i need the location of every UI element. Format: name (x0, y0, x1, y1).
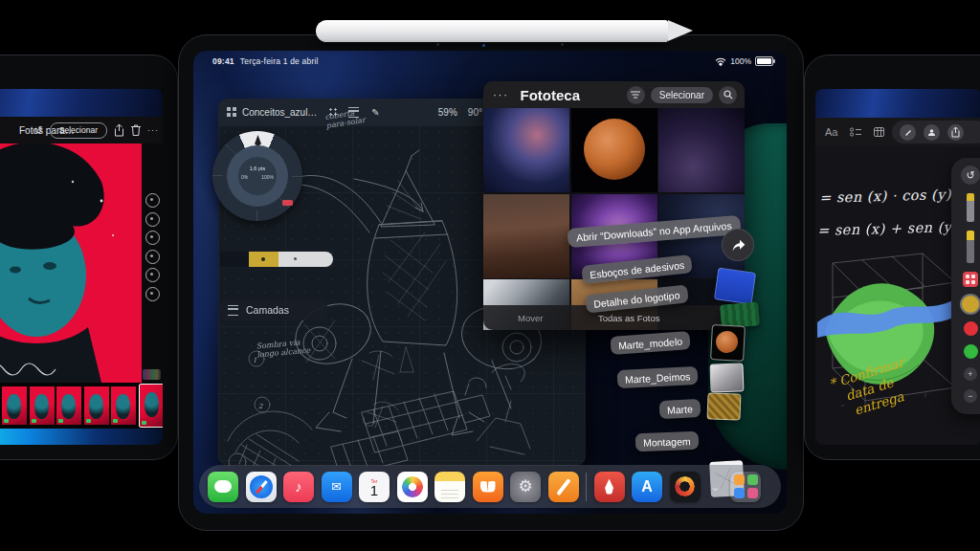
dock-divider (586, 473, 587, 501)
adjust-tool-icon[interactable] (145, 231, 160, 245)
center-ipad-screen: 09:41Terça-feira 1 de abril 100% Conceit… (193, 51, 787, 514)
filmstrip-thumb[interactable] (84, 386, 109, 425)
text-format-button[interactable]: Aa (825, 126, 837, 138)
notes-toolbar: Aa (815, 118, 980, 146)
rotate-tool-icon[interactable] (145, 287, 160, 301)
dock-app-concepts-icon[interactable] (670, 472, 701, 502)
document-title[interactable]: Conceitos_azul… (242, 107, 317, 118)
fototeca-title: Fototeca (521, 87, 581, 103)
add-color-button[interactable]: + (964, 367, 977, 381)
eraser-red-badge (282, 200, 293, 206)
drag-item-thumb-mars-modelo[interactable] (710, 324, 746, 362)
filmstrip-thumb[interactable] (30, 386, 55, 425)
left-edit-tools: i (142, 143, 163, 383)
color-tool-icon[interactable] (145, 268, 160, 282)
photo-mars-planet[interactable] (571, 108, 657, 192)
filmstrip-thumb[interactable] (56, 386, 81, 425)
wifi-icon (715, 57, 726, 66)
color-strip[interactable] (220, 252, 333, 267)
color-swatch-light[interactable] (278, 252, 333, 267)
portrait-photo (0, 143, 142, 383)
sketch-marker-2: 2 (258, 403, 262, 410)
minimize-palette-button[interactable]: − (964, 389, 977, 403)
fototeca-select-button[interactable]: Selecionar (651, 87, 713, 103)
drag-item-label[interactable]: Montagem (635, 431, 699, 452)
right-wallpaper-sliver (815, 89, 980, 118)
undo-icon[interactable]: ↺ (34, 124, 43, 137)
color-green[interactable] (964, 344, 978, 359)
notes-toolbar-pill (892, 121, 980, 143)
crop-tool-icon[interactable] (145, 193, 160, 208)
opacity-max: 100% (261, 174, 274, 180)
filmstrip (0, 383, 163, 429)
share-arrow-button[interactable] (722, 229, 754, 261)
left-photos-toolbar: Fotos para… ↺ Selecionar ··· (0, 117, 163, 143)
ellipsis-icon[interactable]: ··· (147, 125, 159, 135)
status-bar: 09:41Terça-feira 1 de abril 100% (193, 55, 787, 70)
dock-app-drawing-icon[interactable] (548, 472, 579, 502)
status-date: Terça-feira 1 de abril (240, 56, 319, 66)
left-select-button[interactable]: Selecionar (50, 122, 107, 139)
dock-app-settings-icon[interactable]: ⚙ (510, 472, 541, 502)
search-icon[interactable] (719, 86, 737, 104)
dock-app-photos-icon[interactable] (397, 472, 428, 502)
pencil-tool-selected-icon[interactable] (967, 231, 974, 263)
left-photo-canvas[interactable] (0, 143, 142, 383)
histogram (143, 369, 161, 380)
equation-1: = sen (x) · cos (y) (819, 187, 951, 206)
color-red[interactable] (964, 321, 978, 336)
left-bottom-gradient (0, 429, 163, 445)
filters-tool-icon[interactable] (145, 212, 160, 227)
undo-icon[interactable]: ↺ (961, 165, 980, 185)
equation-2: = sen (x) + sen (y) (817, 219, 958, 238)
dock-app-books-icon[interactable] (473, 472, 503, 502)
pencil-tool-icon[interactable] (967, 193, 974, 222)
share-icon[interactable] (947, 124, 964, 141)
exposure-tool-icon[interactable] (145, 250, 160, 264)
window-more-icon[interactable]: ··· (493, 88, 509, 101)
dock-app-notes-icon[interactable] (434, 472, 465, 502)
color-swatch-dark[interactable] (220, 252, 249, 267)
drag-item-label[interactable]: Marte (659, 399, 702, 419)
dock-app-rocket-icon[interactable] (594, 472, 625, 502)
dock-app-mail-icon[interactable]: ✉ (322, 472, 352, 502)
camera-glint-dot (482, 44, 485, 47)
photo-mars-surface[interactable] (483, 194, 569, 278)
layers-button[interactable]: Camadas (220, 299, 327, 320)
sticker-tool-icon[interactable] (963, 272, 978, 287)
dock: ♪ ✉ Ter 1 ⚙ A ⌄ (199, 465, 781, 508)
status-time: 09:41 (212, 56, 234, 66)
filmstrip-thumb[interactable] (2, 386, 27, 425)
drag-item-thumb-deimos[interactable] (709, 363, 744, 392)
rotation-value[interactable]: 90° (468, 107, 482, 118)
dock-app-messages-icon[interactable] (208, 472, 238, 502)
filter-icon[interactable] (627, 86, 645, 104)
checklist-icon[interactable] (850, 127, 861, 137)
dock-app-safari-icon[interactable] (246, 472, 277, 502)
front-camera-dot (436, 43, 439, 46)
brush-wheel[interactable]: 1,6 pts 0% 100% (212, 131, 302, 221)
zoom-level[interactable]: 59% (438, 107, 457, 118)
move-button[interactable]: Mover (518, 313, 543, 323)
dock-app-calendar-icon[interactable]: Ter 1 (359, 472, 390, 502)
dock-app-library-icon[interactable] (730, 472, 761, 502)
photo-nebula-blue[interactable] (483, 108, 569, 192)
photo-nebula-dark[interactable] (658, 108, 745, 192)
dock-app-music-icon[interactable]: ♪ (283, 472, 314, 502)
color-yellow-selected[interactable] (962, 296, 979, 313)
drag-item-thumb-marte[interactable] (707, 392, 742, 420)
color-swatch-yellow[interactable] (249, 252, 278, 267)
share-icon[interactable] (114, 124, 124, 137)
dock-chevron-icon[interactable]: ⌄ (710, 479, 721, 494)
filmstrip-thumb-selected[interactable] (139, 384, 164, 428)
dock-app-appstore-icon[interactable]: A (632, 472, 662, 502)
gallery-icon[interactable] (227, 107, 236, 117)
sketch-marker-1: 1 (253, 357, 256, 364)
table-icon[interactable] (874, 127, 884, 137)
trash-icon[interactable] (131, 124, 141, 136)
filmstrip-thumb[interactable] (111, 386, 136, 425)
collaborate-icon[interactable] (924, 124, 940, 141)
pen-tool-icon[interactable]: ✎ (369, 106, 381, 118)
layers-icon (228, 305, 238, 316)
pen-circle-icon[interactable] (900, 124, 916, 141)
